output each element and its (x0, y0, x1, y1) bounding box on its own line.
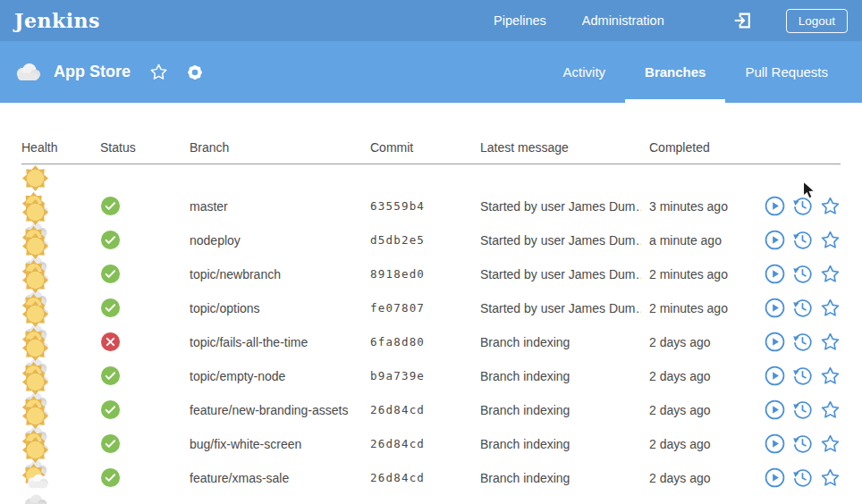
history-clock-icon (792, 264, 813, 284)
completed-time: 2 minutes ago (649, 301, 755, 315)
history-button[interactable] (792, 264, 813, 284)
favorite-button[interactable] (820, 365, 841, 386)
history-button[interactable] (792, 399, 813, 420)
run-button[interactable] (765, 332, 785, 352)
storm-icon (21, 491, 49, 504)
exit-arrow-icon (732, 11, 752, 30)
latest-message: Branch indexing (480, 369, 641, 383)
commit-hash: fe07807 (370, 301, 480, 315)
nav-administration[interactable]: Administration (582, 13, 664, 28)
run-button[interactable] (765, 433, 785, 454)
star-outline-icon (820, 467, 841, 488)
col-status: Status (100, 140, 190, 155)
favorite-button[interactable] (820, 433, 841, 454)
success-check-icon (100, 264, 121, 284)
tab-activity[interactable]: Activity (544, 41, 626, 103)
completed-time: a minute ago (649, 233, 755, 248)
sunny-icon (21, 436, 49, 464)
history-button[interactable] (792, 467, 813, 488)
play-icon (765, 399, 785, 420)
build-status-icon (100, 365, 190, 386)
commit-hash: 26d84cd (370, 403, 480, 416)
build-status-icon (100, 467, 190, 488)
success-check-icon (100, 399, 121, 420)
favorite-pipeline-button[interactable] (149, 63, 168, 81)
run-button[interactable] (765, 264, 785, 284)
sunny-icon (21, 368, 49, 396)
commit-hash: d5db2e5 (370, 233, 480, 247)
tab-pull-requests[interactable]: Pull Requests (725, 41, 848, 103)
run-button[interactable] (765, 230, 785, 250)
pipeline-settings-button[interactable] (185, 63, 205, 82)
sunny-icon (21, 402, 49, 430)
branch-name: master (190, 199, 370, 214)
build-status-icon (100, 264, 190, 284)
build-status-icon (100, 196, 190, 216)
favorite-button[interactable] (820, 230, 841, 250)
star-outline-icon (820, 399, 841, 420)
run-button[interactable] (765, 196, 785, 216)
play-icon (765, 467, 785, 488)
blue-ocean-app: Jenkins Pipelines Administration Logout (0, 0, 862, 504)
branch-name: nodeploy (190, 233, 370, 248)
pipeline-identity: App Store (14, 63, 205, 82)
jenkins-logo[interactable]: Jenkins (14, 9, 100, 32)
history-clock-icon (792, 365, 813, 386)
completed-time: 2 days ago (649, 403, 755, 417)
branch-table-body: master 63559b4 Started by user James Dum… (21, 164, 841, 470)
branch-name: feature/xmas-sale (190, 471, 370, 485)
sunny-icon (21, 164, 49, 192)
tab-branches[interactable]: Branches (625, 41, 725, 103)
col-health: Health (21, 140, 100, 155)
favorite-button[interactable] (820, 332, 841, 352)
history-button[interactable] (792, 298, 813, 318)
exit-button[interactable] (732, 11, 752, 30)
success-check-icon (100, 467, 121, 488)
pipeline-header: App Store (0, 41, 862, 103)
play-icon (765, 365, 785, 386)
history-clock-icon (792, 332, 813, 352)
favorite-button[interactable] (820, 298, 841, 318)
history-button[interactable] (792, 230, 813, 250)
play-icon (765, 433, 785, 454)
star-outline-icon (820, 332, 841, 352)
branch-name: bug/fix-white-screen (190, 437, 370, 451)
latest-message: Branch indexing (480, 471, 641, 485)
success-check-icon (100, 230, 121, 250)
run-button[interactable] (765, 298, 785, 318)
favorite-button[interactable] (820, 467, 841, 488)
build-status-icon (100, 332, 190, 352)
gear-icon (185, 63, 205, 82)
history-button[interactable] (792, 196, 813, 216)
latest-message: Started by user James Dum… (480, 301, 641, 315)
logout-button[interactable]: Logout (786, 9, 848, 33)
history-button[interactable] (792, 365, 813, 386)
completed-time: 2 days ago (649, 335, 755, 349)
star-outline-icon (820, 264, 841, 284)
star-outline-icon (820, 365, 841, 386)
completed-time: 2 days ago (649, 369, 755, 383)
branch-name: topic/newbranch (190, 267, 370, 281)
col-branch: Branch (190, 140, 370, 155)
history-clock-icon (792, 399, 813, 420)
run-button[interactable] (765, 467, 785, 488)
health-weather-icon (21, 436, 100, 504)
history-clock-icon (792, 230, 813, 250)
latest-message: Started by user James Dum… (480, 267, 641, 281)
favorite-button[interactable] (820, 196, 841, 216)
favorite-button[interactable] (820, 264, 841, 284)
sunny-icon (21, 232, 49, 260)
success-check-icon (100, 298, 121, 318)
run-button[interactable] (765, 399, 785, 420)
sunny-icon (21, 334, 49, 362)
star-outline-icon (820, 298, 841, 318)
nav-pipelines[interactable]: Pipelines (494, 13, 546, 28)
history-button[interactable] (792, 332, 813, 352)
run-button[interactable] (765, 365, 785, 386)
branch-table-header: Health Status Branch Commit Latest messa… (21, 140, 841, 164)
history-button[interactable] (792, 433, 813, 454)
col-message: Latest message (480, 140, 649, 155)
success-check-icon (100, 433, 121, 454)
favorite-button[interactable] (820, 399, 841, 420)
table-row[interactable]: master 63559b4 Started by user James Dum… (21, 164, 841, 198)
